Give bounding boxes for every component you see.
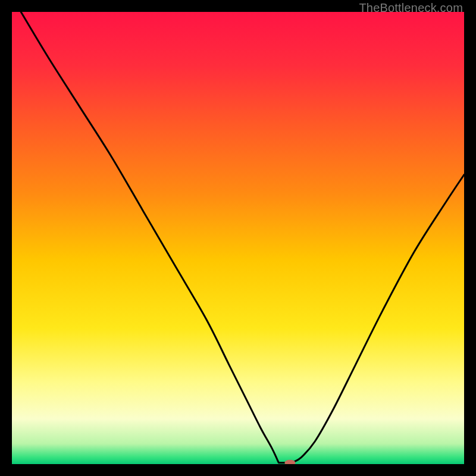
gradient-background	[12, 12, 464, 464]
plot-area	[12, 12, 464, 464]
chart-frame: TheBottleneck.com	[0, 0, 476, 476]
bottleneck-chart	[12, 12, 464, 464]
